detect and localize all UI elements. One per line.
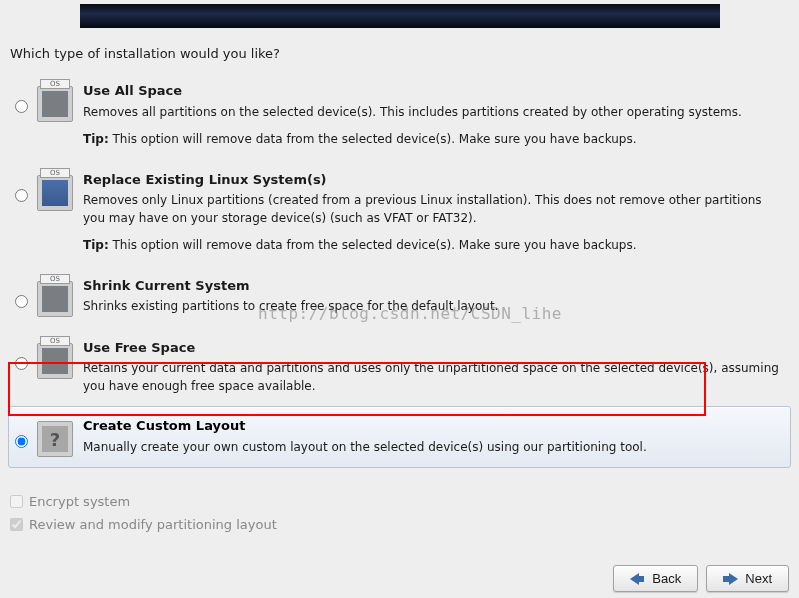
review-layout-label: Review and modify partitioning layout (29, 517, 277, 532)
nav-buttons: Back Next (613, 565, 789, 592)
radio-custom-layout[interactable] (15, 435, 28, 448)
encrypt-system-label: Encrypt system (29, 494, 130, 509)
option-use-free-space[interactable]: OS Use Free Space Retains your current d… (8, 328, 791, 407)
disk-shrink-icon: OS (37, 281, 73, 317)
back-button-label: Back (652, 571, 681, 586)
radio-use-all-space[interactable] (15, 100, 28, 113)
arrow-left-icon (630, 573, 646, 585)
radio-replace-linux[interactable] (15, 189, 28, 202)
option-title: Create Custom Layout (83, 417, 780, 436)
review-layout-checkbox[interactable] (10, 518, 23, 531)
arrow-right-icon (723, 573, 739, 585)
radio-use-free-space[interactable] (15, 357, 28, 370)
header-banner (80, 4, 720, 28)
option-title: Use All Space (83, 82, 780, 101)
radio-shrink-current[interactable] (15, 295, 28, 308)
disk-icon: OS (37, 86, 73, 122)
option-replace-linux[interactable]: OS Replace Existing Linux System(s) Remo… (8, 160, 791, 266)
option-desc: Removes only Linux partitions (created f… (83, 192, 780, 227)
watermark-text: http://blog.csdn.net/CSDN_lihe (258, 304, 562, 323)
option-desc: Retains your current data and partitions… (83, 360, 780, 395)
disk-free-icon: OS (37, 343, 73, 379)
encrypt-system-check[interactable]: Encrypt system (10, 494, 277, 509)
option-title: Shrink Current System (83, 277, 780, 296)
installation-question: Which type of installation would you lik… (10, 46, 799, 61)
disk-linux-icon: OS (37, 175, 73, 211)
option-desc: Manually create your own custom layout o… (83, 439, 780, 456)
option-tip: Tip: This option will remove data from t… (83, 131, 780, 148)
option-custom-layout[interactable]: ? Create Custom Layout Manually create y… (8, 406, 791, 468)
option-desc: Removes all partitions on the selected d… (83, 104, 780, 121)
bottom-checkboxes: Encrypt system Review and modify partiti… (10, 494, 277, 532)
option-title: Use Free Space (83, 339, 780, 358)
back-button[interactable]: Back (613, 565, 698, 592)
next-button-label: Next (745, 571, 772, 586)
install-options-list: OS Use All Space Removes all partitions … (8, 71, 791, 468)
option-tip: Tip: This option will remove data from t… (83, 237, 780, 254)
next-button[interactable]: Next (706, 565, 789, 592)
encrypt-system-checkbox[interactable] (10, 495, 23, 508)
option-use-all-space[interactable]: OS Use All Space Removes all partitions … (8, 71, 791, 160)
review-layout-check[interactable]: Review and modify partitioning layout (10, 517, 277, 532)
option-title: Replace Existing Linux System(s) (83, 171, 780, 190)
question-icon: ? (37, 421, 73, 457)
